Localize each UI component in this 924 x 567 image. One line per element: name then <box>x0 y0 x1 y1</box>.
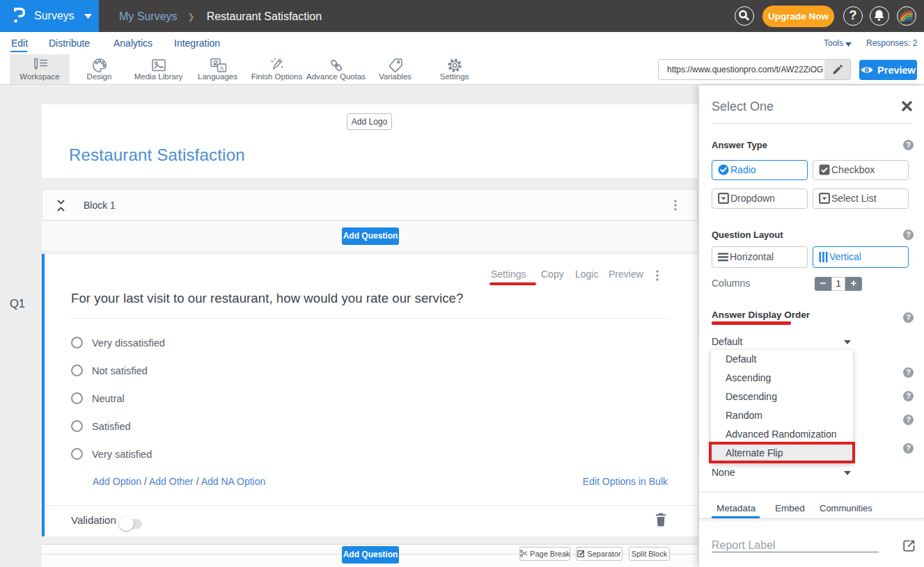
svg-text:A: A <box>219 65 224 72</box>
